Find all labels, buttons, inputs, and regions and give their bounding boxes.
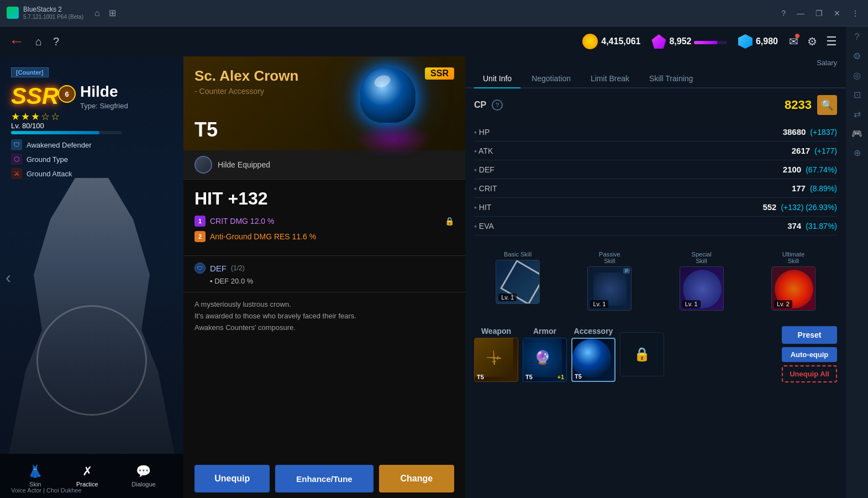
equipped-label: Hilde Equipped [218, 160, 270, 169]
passive-p-badge: P [623, 268, 630, 274]
weapon-slot[interactable]: T5 [474, 338, 518, 382]
armor-slot-plus: +1 [557, 374, 564, 380]
skin-nav-item[interactable]: 👗 Skin [28, 464, 43, 487]
practice-icon: ✗ [82, 464, 92, 479]
rs-icon-7[interactable]: ⊕ [854, 148, 861, 158]
character-level-bar [11, 131, 122, 134]
armor-slot[interactable]: T5 +1 [523, 338, 567, 382]
tab-limit-break[interactable]: Limit Break [582, 70, 638, 87]
minimize-ctrl[interactable]: — [795, 9, 807, 18]
stat-hit-label: HIT [474, 203, 507, 212]
dialogue-icon: 💬 [136, 464, 151, 479]
help-nav-icon[interactable]: ? [53, 35, 59, 48]
bonus-item-1: 1 CRIT DMG 12.0 % 🔒 [194, 216, 454, 227]
back-button[interactable]: ← [9, 33, 24, 50]
game-nav: ← ⌂ ? 4,415,061 8,952 6,980 ✉ [0, 27, 846, 56]
close-ctrl[interactable]: ✕ [832, 9, 843, 18]
bluestacks-logo [7, 7, 19, 19]
weapon-slot-label: Weapon [481, 327, 511, 336]
cp-help-icon[interactable]: ? [492, 99, 503, 111]
dialogue-nav-item[interactable]: 💬 Dialogue [131, 464, 155, 487]
character-rarity: SSR [11, 83, 59, 109]
help-ctrl[interactable]: ? [779, 9, 788, 18]
stat-atk-bonus: (+177) [814, 146, 837, 155]
rs-icon-5[interactable]: ⇄ [854, 109, 861, 119]
rs-icon-3[interactable]: ◎ [853, 70, 861, 81]
accessory-slot[interactable]: T5 [571, 338, 616, 382]
preset-button[interactable]: Preset [782, 326, 837, 344]
enhance-tune-button[interactable]: Enhance/Tune [275, 465, 373, 492]
cp-row: CP ? 8233 🔍 [474, 95, 837, 115]
layout-icon[interactable]: ⊞ [109, 8, 116, 18]
right-sidebar: ? ⚙ ◎ ⊡ ⇄ 🎮 ⊕ [846, 27, 868, 498]
armor-slot-label: Armor [533, 327, 556, 336]
tab-skill-training[interactable]: Skill Training [640, 70, 702, 87]
unit-stats: CP ? 8233 🔍 HP 38680 (+1837) ATK 2617 (+… [465, 88, 846, 242]
equipment-tier: T5 [194, 118, 218, 141]
passive-header: 🛡 DEF (1/2) [194, 263, 454, 274]
cp-search-button[interactable]: 🔍 [817, 95, 837, 115]
character-stars: ★★★☆☆ [11, 111, 61, 123]
skill-basic-icon[interactable]: Lv. 1 [496, 260, 540, 304]
defender-icon: 🛡 [11, 139, 22, 150]
stat-crit-bonus: (8.89%) [810, 184, 837, 193]
equipment-header: Sc. Alex Crown SSR - Counter Accessory T… [183, 56, 465, 150]
equipment-slots: Weapon T5 Armor T5 +1 Accessory T5 🔒 Pre… [465, 319, 846, 389]
home-nav-icon[interactable]: ⌂ [35, 35, 42, 48]
accessory-slot-tier: T5 [575, 373, 582, 380]
character-type: Type: Siegfried [80, 102, 128, 110]
expand-ctrl[interactable]: ⋮ [849, 9, 861, 18]
dialogue-label: Dialogue [131, 481, 155, 487]
auto-equip-button[interactable]: Auto-equip [782, 347, 837, 362]
tab-salary-negotiation[interactable]: Negotiation [523, 70, 580, 87]
skill-ultimate-label: UltimateSkill [782, 251, 804, 264]
unequip-all-button[interactable]: Unequip All [782, 365, 837, 382]
cp-value: 8233 [785, 98, 812, 112]
mail-notification-dot [795, 34, 799, 38]
unit-panel: Unit Info Salary Negotiation Limit Break… [465, 56, 846, 498]
gems-display: 8,952 [651, 34, 727, 49]
crystal-icon [738, 34, 753, 49]
rs-icon-4[interactable]: ⊡ [854, 90, 861, 100]
rs-icon-6[interactable]: 🎮 [851, 128, 862, 139]
skills-grid: Basic Skill Lv. 1 PassiveSkill P Lv. 1 S… [474, 251, 837, 311]
prev-character-button[interactable]: ‹ [6, 268, 11, 287]
character-level-badge: 6 [58, 85, 76, 103]
unequip-button[interactable]: Unequip [194, 465, 270, 492]
nav-right-icons: ✉ ⚙ ☰ [789, 34, 837, 49]
mail-button[interactable]: ✉ [789, 35, 798, 48]
currency-area: 4,415,061 8,952 6,980 ✉ ⚙ ☰ [582, 34, 837, 49]
skill-passive-icon[interactable]: P Lv. 1 [587, 266, 632, 311]
equipment-passive: 🛡 DEF (1/2) ▪ DEF 20.0 % [183, 255, 465, 292]
gem-icon [651, 34, 666, 49]
character-panel: [Counter] SSR 6 Hilde Type: Siegfried ★★… [0, 56, 183, 498]
bonus-item-2: 2 Anti-Ground DMG RES 11.6 % [194, 231, 454, 242]
accessory-slot-label: Accessory [574, 327, 613, 336]
stat-atk: ATK 2617 (+177) [474, 141, 837, 160]
skill-special-icon[interactable]: Lv. 1 [680, 266, 724, 311]
rs-icon-2[interactable]: ⚙ [853, 51, 861, 61]
stat-hp-label: HP [474, 128, 507, 137]
crystal-value: 6,980 [756, 36, 778, 46]
skill-basic-col: Basic Skill Lv. 1 [474, 251, 561, 311]
menu-icon[interactable]: ☰ [826, 34, 837, 49]
settings-icon[interactable]: ⚙ [807, 35, 817, 48]
skill-basic-level: Lv. 1 [498, 293, 517, 301]
rs-icon-1[interactable]: ? [855, 32, 860, 42]
restore-ctrl[interactable]: ❐ [813, 9, 825, 18]
weapon-slot-group: Weapon T5 [474, 327, 518, 382]
tab-unit-info[interactable]: Unit Info [474, 70, 520, 87]
skill-ultimate-icon[interactable]: Lv. 2 [771, 266, 816, 311]
weapon-art [475, 338, 513, 377]
practice-nav-item[interactable]: ✗ Practice [76, 464, 98, 487]
bonus-num-2: 2 [194, 231, 206, 242]
change-button[interactable]: Change [379, 465, 454, 492]
skill-basic-label: Basic Skill [504, 251, 532, 258]
home-icon[interactable]: ⌂ [94, 8, 100, 18]
skill-passive-col: PassiveSkill P Lv. 1 [566, 251, 653, 311]
coins-display: 4,415,061 [582, 34, 640, 49]
skill-ultimate-level: Lv. 2 [774, 300, 792, 308]
nav-icons: ⌂ ? [35, 35, 59, 48]
window-controls: ? — ❐ ✕ ⋮ [779, 9, 861, 18]
stat-crit: CRIT 177 (8.89%) [474, 179, 837, 198]
